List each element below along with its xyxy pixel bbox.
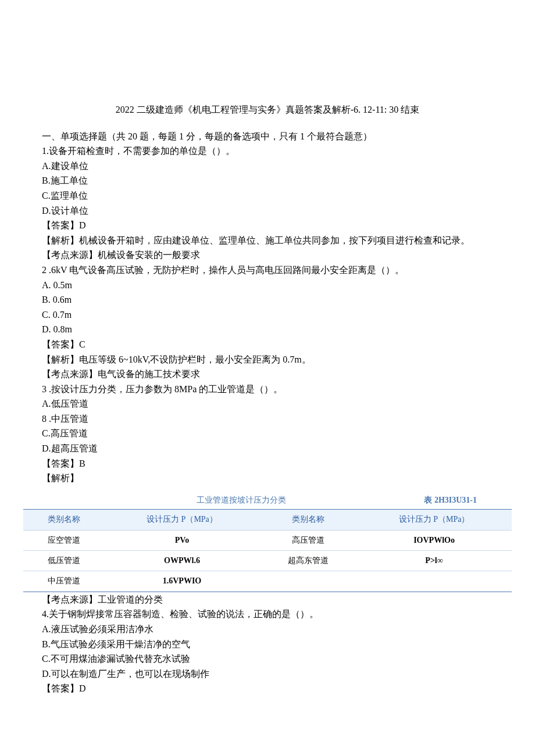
table-cell: IOVPWlOo <box>356 530 512 550</box>
q4-stem: 4.关于钢制焊接常压容器制造、检验、试验的说法，正确的是（）。 <box>23 607 512 622</box>
q1-analysis: 【解析】机械设备开箱时，应由建设单位、监理单位、施工单位共同参加，按下列项目进行… <box>23 233 512 248</box>
table-header-row: 类别名称 设计压力 P（MPa） 类别名称 设计压力 P（MPa） <box>23 510 512 530</box>
q4-answer: 【答案】D <box>23 681 512 696</box>
table-cell: P>l∞ <box>356 551 512 571</box>
table-cell: 超高东管道 <box>259 551 356 571</box>
q3-option-c: C.高压管道 <box>23 426 512 441</box>
q1-answer: 【答案】D <box>23 218 512 233</box>
q1-option-d: D.设计单位 <box>23 203 512 218</box>
section-header: 一、单项选择题（共 20 题，每题 1 分，每题的备选项中，只有 1 个最符合题… <box>23 129 512 144</box>
table-cell: 应空管道 <box>23 530 105 550</box>
q2-option-c: C. 0.7m <box>23 307 512 323</box>
table-cell: PVo <box>105 530 260 550</box>
table-cell: 低压管道 <box>23 551 105 571</box>
table-cell: OWPWl.6 <box>105 551 260 571</box>
table-row: 应空管道 PVo 高压管道 IOVPWlOo <box>23 530 512 550</box>
q3-option-b: 8 .中压管道 <box>23 411 512 427</box>
q1-option-a: A.建设单位 <box>23 159 512 174</box>
table-tag: 表 2H3I3U31-1 <box>424 494 477 507</box>
q3-answer: 【答案】B <box>23 456 512 471</box>
table-header-cell: 设计压力 P（MPa） <box>356 510 512 530</box>
q2-option-b: B. 0.6m <box>23 292 512 307</box>
table-cell: 1.6VPWIO <box>105 571 260 592</box>
table-caption-row: 工业管道按坡计压力分类 表 2H3I3U31-1 <box>23 494 512 509</box>
table-header-cell: 设计压力 P（MPa） <box>105 510 260 530</box>
q1-option-c: C.监理单位 <box>23 188 512 203</box>
table-row: 中压管道 1.6VPWIO <box>23 571 512 592</box>
table-caption: 工业管道按坡计压力分类 <box>58 494 424 507</box>
pipe-classification-table: 类别名称 设计压力 P（MPa） 类别名称 设计压力 P（MPa） 应空管道 P… <box>23 509 512 592</box>
table-row: 低压管道 OWPWl.6 超高东管道 P>l∞ <box>23 551 512 571</box>
table-header-cell: 类别名称 <box>23 510 105 530</box>
document-title: 2022 二级建造师《机电工程管理与实务》真题答案及解析-6. 12-11: 3… <box>23 102 512 117</box>
q4-option-b: B.气压试验必须采用干燥洁净的空气 <box>23 637 512 652</box>
q3-source: 【考点来源】工业管道的分类 <box>23 592 512 607</box>
q4-option-a: A.液压试验必须采用洁净水 <box>23 622 512 637</box>
q2-analysis: 【解析】电压等级 6~10kV,不设防护栏时，最小安全距离为 0.7m。 <box>23 352 512 367</box>
q2-source: 【考点来源】电气设备的施工技术要求 <box>23 367 512 382</box>
q4-option-c: C.不可用煤油渗漏试验代替充水试验 <box>23 651 512 667</box>
q2-answer: 【答案】C <box>23 337 512 352</box>
q3-stem: 3 .按设计压力分类，压力参数为 8MPa 的工业管道是（）。 <box>23 382 512 397</box>
table-cell <box>259 571 356 592</box>
table-cell: 中压管道 <box>23 571 105 592</box>
q4-option-d: D.可以在制造厂生产，也可以在现场制作 <box>23 667 512 682</box>
q2-stem: 2 .6kV 电气设备高压试验，无防护栏时，操作人员与高电压回路间最小安全距离是… <box>23 263 512 278</box>
q1-source: 【考点来源】机械设备安装的一般要求 <box>23 248 512 263</box>
q2-option-d: D. 0.8m <box>23 322 512 337</box>
q2-option-a: A. 0.5m <box>23 278 512 293</box>
q3-option-a: A.低压管道 <box>23 396 512 411</box>
q1-stem: 1.设备开箱检查时，不需要参加的单位是（）。 <box>23 144 512 159</box>
table-cell <box>356 571 512 592</box>
q3-analysis: 【解析】 <box>23 471 512 486</box>
q1-option-b: B.施工单位 <box>23 173 512 188</box>
q3-option-d: D.超高压管道 <box>23 441 512 456</box>
document-page: 2022 二级建造师《机电工程管理与实务》真题答案及解析-6. 12-11: 3… <box>0 0 535 731</box>
table-cell: 高压管道 <box>259 530 356 550</box>
table-header-cell: 类别名称 <box>259 510 356 530</box>
